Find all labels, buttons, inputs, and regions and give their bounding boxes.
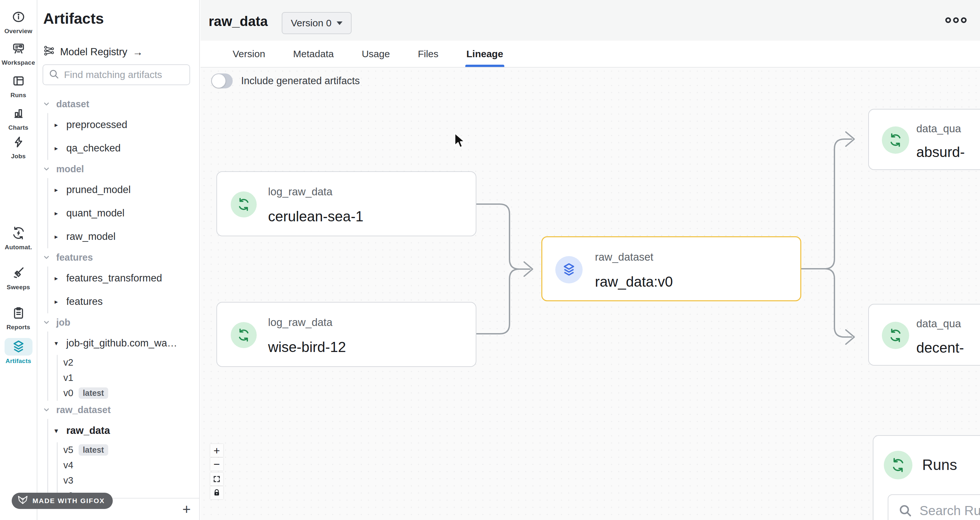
tree-item-raw-data[interactable]: ▾raw_data xyxy=(48,419,195,442)
version-item[interactable]: v1 xyxy=(57,370,195,385)
triangle-right-icon: ▸ xyxy=(54,121,61,129)
tab-files[interactable]: Files xyxy=(409,41,447,67)
sidebar-item-jobs[interactable]: Jobs xyxy=(0,133,37,160)
triangle-right-icon: ▸ xyxy=(54,144,61,152)
version-item[interactable]: v5latest xyxy=(57,442,195,458)
sidebar-item-sweeps[interactable]: Sweeps xyxy=(0,264,37,291)
run-node-absurd[interactable]: data_qua absurd- xyxy=(868,109,980,170)
sidebar-item-workspace[interactable]: Workspace xyxy=(0,40,37,66)
tree-item[interactable]: ▸preprocessed xyxy=(48,113,195,137)
workspace-icon xyxy=(5,40,32,57)
runs-group-node[interactable]: Runs Search Ru xyxy=(873,435,980,520)
chevron-down-icon xyxy=(43,100,50,108)
add-artifact-button[interactable]: + xyxy=(182,502,191,517)
chevron-down-icon xyxy=(43,406,50,414)
node-name: absurd- xyxy=(916,144,965,160)
tree-section-job[interactable]: job xyxy=(43,313,195,331)
triangle-down-icon: ▾ xyxy=(54,339,61,347)
version-item[interactable]: v3 xyxy=(57,473,195,488)
rail-label: Runs xyxy=(10,92,26,99)
tree-section-model[interactable]: model xyxy=(43,160,195,178)
include-generated-toggle[interactable] xyxy=(211,73,233,88)
artifact-title: raw_data xyxy=(208,14,268,29)
tree-section-features[interactable]: features xyxy=(43,248,195,267)
triangle-right-icon: ▸ xyxy=(54,233,61,240)
node-name: decent- xyxy=(916,340,964,356)
version-item[interactable]: v4 xyxy=(57,458,195,473)
run-icon xyxy=(882,126,909,154)
main-content: raw_data Version 0 Version Metadata Usag… xyxy=(200,0,980,520)
version-item[interactable]: v0latest xyxy=(57,385,195,401)
sidebar-item-automations[interactable]: Automat. xyxy=(0,224,37,251)
rail-label: Artifacts xyxy=(6,358,31,365)
arrow-right-icon: → xyxy=(132,46,143,58)
overflow-menu-button[interactable] xyxy=(944,16,968,26)
tab-metadata[interactable]: Metadata xyxy=(284,41,342,67)
search-placeholder: Search Ru xyxy=(920,503,980,518)
sidebar-item-artifacts[interactable]: Artifacts xyxy=(0,338,37,365)
rail-label: Overview xyxy=(4,28,32,35)
tab-version[interactable]: Version xyxy=(224,41,274,67)
triangle-right-icon: ▸ xyxy=(54,274,61,282)
triangle-right-icon: ▸ xyxy=(54,186,61,194)
rail-label: Reports xyxy=(6,324,30,331)
toggle-knob xyxy=(212,74,226,88)
sidebar-item-overview[interactable]: Overview xyxy=(0,8,37,35)
rail-label: Jobs xyxy=(11,153,25,160)
search-input[interactable] xyxy=(64,69,189,80)
charts-icon xyxy=(5,105,32,122)
tab-bar: Version Metadata Usage Files Lineage xyxy=(200,41,980,68)
zoom-out-button[interactable]: − xyxy=(210,458,223,471)
tree-item[interactable]: ▸features xyxy=(48,290,195,313)
run-icon xyxy=(231,191,257,218)
artifacts-panel: Artifacts Model Registry → dataset ▸prep… xyxy=(37,0,200,520)
node-title: log_raw_data xyxy=(268,316,332,329)
gifox-fox-icon xyxy=(18,496,28,506)
run-node-wise-bird-12[interactable]: log_raw_data wise-bird-12 xyxy=(216,302,476,367)
tree-item[interactable]: ▸pruned_model xyxy=(48,178,195,202)
tree-item[interactable]: ▸features_transformed xyxy=(48,267,195,290)
model-registry-link[interactable]: Model Registry → xyxy=(43,44,143,60)
caret-down-icon xyxy=(337,21,342,25)
node-title: log_raw_data xyxy=(268,186,332,198)
chevron-down-icon xyxy=(43,165,50,173)
artifact-search[interactable] xyxy=(43,64,190,85)
runs-search[interactable]: Search Ru xyxy=(888,495,980,520)
automations-icon xyxy=(5,224,32,242)
sidebar-item-runs[interactable]: Runs xyxy=(0,72,37,99)
tab-usage[interactable]: Usage xyxy=(353,41,399,67)
sidebar-item-charts[interactable]: Charts xyxy=(0,105,37,131)
tree-item[interactable]: ▸quant_model xyxy=(48,202,195,225)
tree-item[interactable]: ▸qa_checked xyxy=(48,137,195,160)
fit-view-button[interactable] xyxy=(210,472,223,485)
tree-section-dataset[interactable]: dataset xyxy=(43,95,195,113)
zoom-in-button[interactable]: + xyxy=(210,444,223,457)
run-icon xyxy=(231,322,257,348)
run-node-cerulean-sea-1[interactable]: log_raw_data cerulean-sea-1 xyxy=(216,171,476,236)
artifact-node-raw-data-v0[interactable]: raw_dataset raw_data:v0 xyxy=(541,236,801,301)
info-icon xyxy=(5,8,32,25)
toggle-row: Include generated artifacts xyxy=(211,73,360,88)
tab-lineage[interactable]: Lineage xyxy=(458,41,512,67)
header-band: raw_data Version 0 xyxy=(200,0,980,41)
tree-item[interactable]: ▾job-git_github.com_wa… xyxy=(48,331,195,355)
version-item[interactable]: v2 xyxy=(57,355,195,370)
model-registry-icon xyxy=(43,44,55,60)
latest-badge: latest xyxy=(79,444,108,456)
artifact-tree: dataset ▸preprocessed ▸qa_checked model … xyxy=(43,95,195,498)
sidebar-item-reports[interactable]: Reports xyxy=(0,304,37,331)
gifox-label: MADE WITH GIFOX xyxy=(32,497,105,505)
lineage-canvas[interactable]: Include generated artifacts log_raw_data… xyxy=(200,68,980,520)
node-name: wise-bird-12 xyxy=(268,339,346,355)
chevron-down-icon xyxy=(43,318,50,326)
version-dropdown[interactable]: Version 0 xyxy=(282,12,352,34)
run-node-decent[interactable]: data_qua decent- xyxy=(868,304,980,366)
tree-section-raw-dataset[interactable]: raw_dataset xyxy=(43,401,195,419)
sweeps-icon xyxy=(5,264,32,282)
lock-button[interactable] xyxy=(210,486,223,499)
tree-item[interactable]: ▸raw_model xyxy=(48,225,195,248)
runs-node-title: Runs xyxy=(922,456,957,474)
rail-label: Charts xyxy=(8,124,28,131)
node-name: raw_data:v0 xyxy=(595,274,673,290)
search-icon xyxy=(48,68,59,81)
